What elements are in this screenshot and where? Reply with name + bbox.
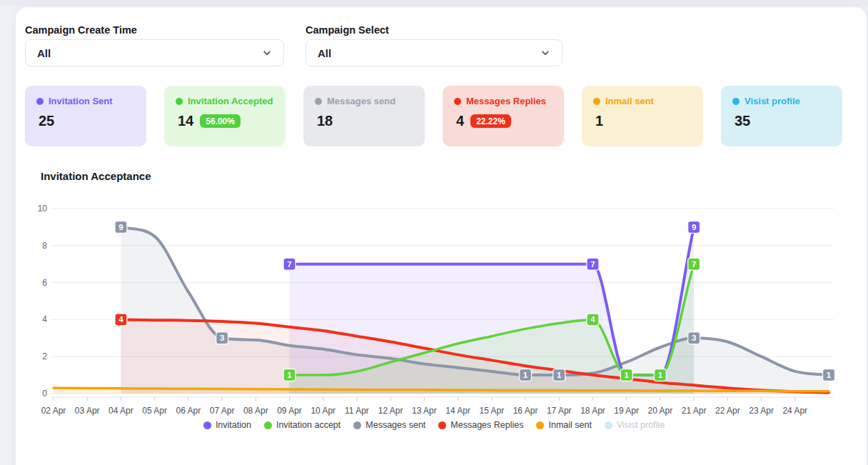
stat-label: Messages send	[327, 96, 395, 106]
stat-value: 25	[39, 113, 54, 129]
stat-percentage-badge: 22.22%	[470, 114, 511, 128]
point-label-text: 1	[827, 371, 832, 379]
chart-canvas[interactable]: 024681002 Apr03 Apr04 Apr05 Apr06 Apr07 …	[0, 184, 868, 420]
point-label-text: 4	[118, 315, 123, 324]
legend-dot-icon	[438, 421, 446, 429]
dot-icon	[454, 98, 461, 105]
legend-dot-icon	[264, 421, 272, 429]
stat-label: Invitation Accepted	[188, 96, 273, 106]
legend-item-invitation-accept[interactable]: Invitation accept	[264, 420, 340, 430]
legend-label: Messages Replies	[450, 420, 523, 430]
x-axis-tick-label: 03 Apr	[75, 406, 100, 416]
point-label-text: 9	[118, 223, 123, 231]
stat-percentage-badge: 56.00%	[200, 114, 241, 128]
chevron-down-icon	[540, 48, 550, 58]
y-axis-tick-label: 8	[42, 241, 47, 251]
stat-label: Messages Replies	[466, 96, 546, 106]
stat-value: 35	[735, 113, 750, 129]
point-label-text: 7	[287, 260, 291, 269]
stat-label: Inmail sent	[605, 96, 654, 106]
legend-item-messages-replies[interactable]: Messages Replies	[438, 420, 523, 430]
x-axis-tick-label: 20 Apr	[648, 406, 673, 416]
dot-icon	[732, 98, 740, 105]
stat-card-invitation-accepted: Invitation Accepted1456.00%	[164, 86, 286, 146]
y-axis-tick-label: 0	[42, 389, 47, 399]
point-label-text: 1	[624, 371, 629, 379]
point-label-text: 1	[287, 371, 292, 379]
legend-label: Messages sent	[365, 420, 425, 430]
x-axis-tick-label: 04 Apr	[108, 406, 133, 416]
legend-item-inmail-sent[interactable]: Inmail sent	[536, 420, 591, 430]
legend-label: Invitation accept	[276, 420, 340, 430]
dot-icon	[315, 98, 322, 105]
point-label-text: 3	[220, 334, 224, 342]
stat-card-invitation-sent: Invitation Sent25	[25, 86, 146, 146]
stat-card-inmail-sent: Inmail sent1	[582, 86, 703, 146]
dot-icon	[176, 98, 183, 105]
stat-value: 4	[456, 113, 464, 129]
x-axis-tick-label: 21 Apr	[682, 406, 707, 416]
x-axis-tick-label: 06 Apr	[176, 406, 201, 416]
x-axis-tick-label: 15 Apr	[479, 406, 504, 416]
x-axis-tick-label: 02 Apr	[41, 406, 66, 416]
y-axis-tick-label: 6	[42, 278, 47, 288]
x-axis-tick-label: 22 Apr	[715, 406, 740, 416]
x-axis-tick-label: 10 Apr	[311, 406, 335, 416]
legend-label: Invitation	[216, 420, 251, 430]
point-label-text: 9	[692, 223, 696, 231]
x-axis-tick-label: 19 Apr	[614, 406, 639, 416]
y-axis-tick-label: 4	[42, 314, 47, 324]
top-strip	[0, 0, 868, 6]
x-axis-tick-label: 08 Apr	[243, 406, 268, 416]
x-axis-tick-label: 13 Apr	[412, 406, 437, 416]
stat-label: Invitation Sent	[49, 96, 113, 106]
point-label-text: 1	[557, 371, 562, 379]
stat-card-messages-send: Messages send18	[303, 86, 425, 146]
stat-card-messages-replies: Messages Replies422.22%	[443, 86, 564, 146]
x-axis-tick-label: 07 Apr	[210, 406, 235, 416]
campaign-create-time-label: Campaign Create Time	[25, 24, 137, 36]
stat-value: 14	[178, 113, 193, 129]
legend-item-invitation[interactable]: Invitation	[203, 420, 251, 430]
x-axis-tick-label: 09 Apr	[277, 406, 302, 416]
x-axis-tick-label: 16 Apr	[513, 406, 538, 416]
x-axis-tick-label: 14 Apr	[445, 406, 470, 416]
legend-label: Visist profile	[617, 420, 665, 430]
stat-value: 1	[595, 113, 603, 129]
x-axis-tick-label: 12 Apr	[378, 406, 403, 416]
chart-area-fills	[54, 227, 829, 394]
x-axis-tick-label: 17 Apr	[547, 406, 572, 416]
x-axis-tick-label: 11 Apr	[345, 406, 369, 416]
point-label-text: 4	[590, 315, 595, 324]
campaign-select-label: Campaign Select	[306, 24, 389, 36]
chart-legend: InvitationInvitation acceptMessages sent…	[0, 420, 868, 430]
y-axis-tick-label: 2	[42, 351, 47, 361]
chevron-down-icon	[262, 48, 272, 58]
stat-card-visist-profile: Visist profile35	[721, 86, 842, 146]
dot-icon	[593, 98, 600, 105]
campaign-select-select[interactable]: All	[306, 39, 562, 66]
campaign-create-time-value: All	[37, 47, 51, 59]
point-label-text: 7	[590, 260, 595, 269]
legend-dot-icon	[353, 421, 361, 429]
legend-item-messages-sent[interactable]: Messages sent	[353, 420, 425, 430]
campaign-create-time-select[interactable]: All	[25, 39, 284, 66]
legend-dot-icon	[605, 421, 612, 429]
legend-dot-icon	[536, 421, 544, 429]
campaign-select-value: All	[318, 47, 331, 59]
x-axis-tick-label: 24 Apr	[782, 406, 807, 416]
legend-label: Inmail sent	[548, 420, 591, 430]
x-axis-tick-label: 18 Apr	[580, 406, 605, 416]
stat-value: 18	[317, 113, 333, 129]
dashboard-page: Campaign Create Time All Campaign Select…	[0, 0, 868, 465]
dot-icon	[36, 98, 44, 105]
y-axis-tick-label: 10	[38, 204, 48, 214]
x-axis-tick-label: 05 Apr	[142, 406, 167, 416]
x-axis-tick-label: 23 Apr	[749, 406, 774, 416]
point-label-text: 7	[692, 260, 696, 269]
point-label-text: 3	[692, 334, 696, 342]
point-label-text: 1	[658, 371, 663, 379]
legend-item-visist-profile[interactable]: Visist profile	[605, 420, 665, 430]
point-label-text: 1	[523, 371, 528, 379]
stat-label: Visist profile	[745, 96, 800, 106]
